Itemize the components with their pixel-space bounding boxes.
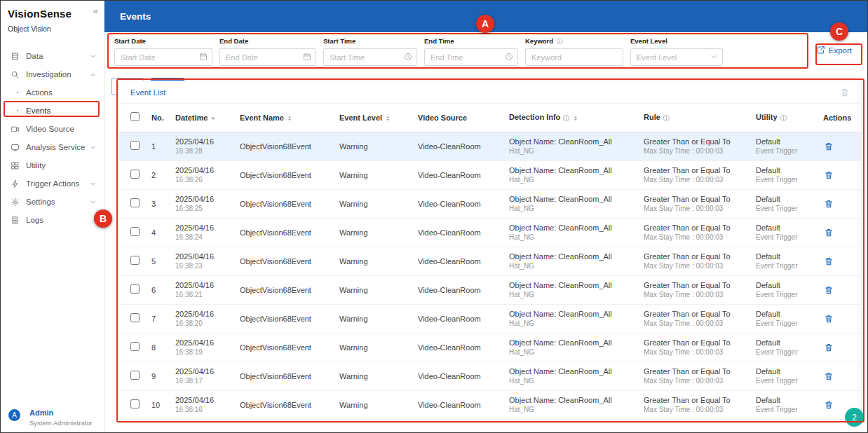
row-checkbox[interactable]: [130, 371, 140, 380]
row-rule: Greater Than or Equal ToMax Stay Time : …: [638, 247, 750, 275]
delete-row-button[interactable]: [823, 141, 834, 152]
delete-row-button[interactable]: [823, 170, 834, 181]
sidebar-item-analysis-service[interactable]: Analysis Service: [1, 138, 104, 156]
row-event-name: ObjectVision68Event: [234, 189, 334, 218]
table-row[interactable]: 32025/04/1616:38:25ObjectVision68EventWa…: [119, 189, 861, 218]
table-row[interactable]: 82025/04/1616:38:19ObjectVision68EventWa…: [119, 333, 861, 362]
sidebar-collapse-icon[interactable]: «: [93, 6, 98, 16]
trash-icon: [824, 170, 834, 180]
trash-icon: [824, 285, 834, 295]
bulk-delete-icon[interactable]: [840, 88, 850, 97]
row-date: 2025/04/16: [175, 195, 229, 203]
delete-row-button[interactable]: [823, 256, 834, 267]
delete-row-button[interactable]: [823, 313, 834, 324]
row-date: 2025/04/16: [175, 310, 229, 318]
table-row[interactable]: 102025/04/1616:38:16ObjectVision68EventW…: [119, 390, 861, 419]
row-detection-info: Object Name: CleanRoom_AllHat_NG: [503, 247, 638, 275]
row-checkbox[interactable]: [130, 141, 140, 150]
delete-row-button[interactable]: [823, 227, 834, 238]
end-date-input[interactable]: [219, 48, 316, 66]
table-row[interactable]: 12025/04/1616:38:28ObjectVision68EventWa…: [119, 132, 861, 160]
rule-detail: Max Stay Time : 00:00:03: [644, 348, 745, 356]
delete-row-button[interactable]: [823, 399, 834, 411]
rule-condition: Greater Than or Equal To: [644, 137, 745, 146]
row-actions: [818, 333, 861, 362]
column-header-event_name[interactable]: Event Name: [234, 104, 334, 132]
event-name-value: ObjectVision68Event: [240, 142, 311, 151]
sidebar-item-label: Data: [26, 52, 43, 60]
floating-widget-badge[interactable]: 2: [845, 408, 864, 427]
delete-row-button[interactable]: [823, 371, 834, 382]
sidebar-item-utility[interactable]: Utility: [1, 156, 104, 174]
row-checkbox[interactable]: [130, 313, 140, 322]
event-name-value: ObjectVision68Event: [240, 315, 311, 323]
select-all-checkbox[interactable]: [130, 112, 140, 121]
row-no: 3: [146, 189, 170, 218]
sidebar-item-video-source[interactable]: Video Source: [1, 120, 104, 138]
row-utility: DefaultEvent Trigger: [750, 189, 818, 218]
export-button[interactable]: Export: [816, 46, 852, 55]
sidebar-item-label: Investigation: [26, 70, 72, 78]
row-checkbox[interactable]: [130, 198, 140, 207]
row-actions: [818, 247, 861, 275]
row-utility: DefaultEvent Trigger: [750, 304, 818, 333]
sidebar-item-actions[interactable]: Actions: [1, 83, 104, 102]
database-icon: [11, 52, 20, 61]
row-datetime: 2025/04/1616:38:21: [170, 275, 234, 304]
column-header-datetime[interactable]: Datetime: [170, 104, 234, 132]
detection-object: Object Name: CleanRoom_All: [509, 137, 632, 146]
chevron-down-icon: [89, 198, 97, 206]
row-checkbox[interactable]: [130, 399, 140, 408]
sidebar-item-investigation[interactable]: Investigation: [1, 65, 104, 83]
trash-icon: [824, 142, 834, 151]
table-row[interactable]: 92025/04/1616:38:17ObjectVision68EventWa…: [119, 362, 861, 390]
row-select-cell: [119, 275, 146, 304]
field-label: Event Level: [630, 36, 723, 46]
sidebar-item-trigger-actions[interactable]: Trigger Actions: [1, 174, 104, 193]
row-no: 2: [146, 160, 170, 189]
start-time-input[interactable]: [323, 48, 417, 66]
column-label: Rule: [644, 113, 660, 121]
row-select-cell: [119, 247, 146, 275]
field-label: End Time: [424, 36, 518, 46]
row-video-source: Video-CleanRoom: [412, 362, 503, 390]
keyword-input[interactable]: [525, 48, 623, 66]
column-header-event_level[interactable]: Event Level: [334, 104, 412, 132]
rule-condition: Greater Than or Equal To: [644, 367, 745, 376]
delete-row-button[interactable]: [823, 284, 834, 296]
table-row[interactable]: 52025/04/1616:38:23ObjectVision68EventWa…: [119, 247, 861, 275]
row-select-cell: [119, 189, 146, 218]
detection-label: Hat_NG: [509, 291, 632, 298]
video-source-value: Video-CleanRoom: [418, 171, 481, 179]
event-table-body: 12025/04/1616:38:28ObjectVision68EventWa…: [119, 132, 861, 419]
delete-row-button[interactable]: [823, 342, 834, 353]
table-row[interactable]: 62025/04/1616:38:21ObjectVision68EventWa…: [119, 275, 861, 304]
field-label: Keyword: [525, 36, 623, 46]
delete-row-button[interactable]: [823, 198, 834, 209]
row-event-level: Warning: [334, 304, 412, 333]
row-video-source: Video-CleanRoom: [412, 189, 503, 218]
table-row[interactable]: 42025/04/1616:38:24ObjectVision68EventWa…: [119, 218, 861, 247]
row-checkbox[interactable]: [130, 227, 140, 236]
table-row[interactable]: 72025/04/1616:38:20ObjectVision68EventWa…: [119, 304, 861, 333]
row-checkbox[interactable]: [130, 170, 140, 179]
end-time-input[interactable]: [424, 48, 518, 66]
row-checkbox[interactable]: [130, 284, 140, 294]
row-event-name: ObjectVision68Event: [234, 304, 334, 333]
table-row[interactable]: 22025/04/1616:38:26ObjectVision68EventWa…: [119, 160, 861, 189]
start-date-input[interactable]: [114, 48, 212, 66]
sidebar-item-settings[interactable]: Settings: [1, 193, 104, 211]
row-no-value: 6: [151, 286, 156, 294]
sidebar-item-logs[interactable]: Logs: [1, 211, 104, 229]
search-icon: [11, 70, 20, 79]
user-info[interactable]: A Admin System Administrator: [8, 408, 93, 427]
row-utility: DefaultEvent Trigger: [750, 333, 818, 362]
event-level-select[interactable]: [630, 48, 723, 66]
row-checkbox[interactable]: [130, 256, 140, 265]
sidebar-item-events[interactable]: Events: [1, 102, 104, 120]
row-event-name: ObjectVision68Event: [234, 390, 334, 419]
column-header-detection_info[interactable]: Detection Info: [503, 104, 638, 132]
row-datetime: 2025/04/1616:38:20: [170, 304, 234, 333]
row-checkbox[interactable]: [130, 342, 140, 351]
sidebar-item-data[interactable]: Data: [1, 47, 104, 65]
